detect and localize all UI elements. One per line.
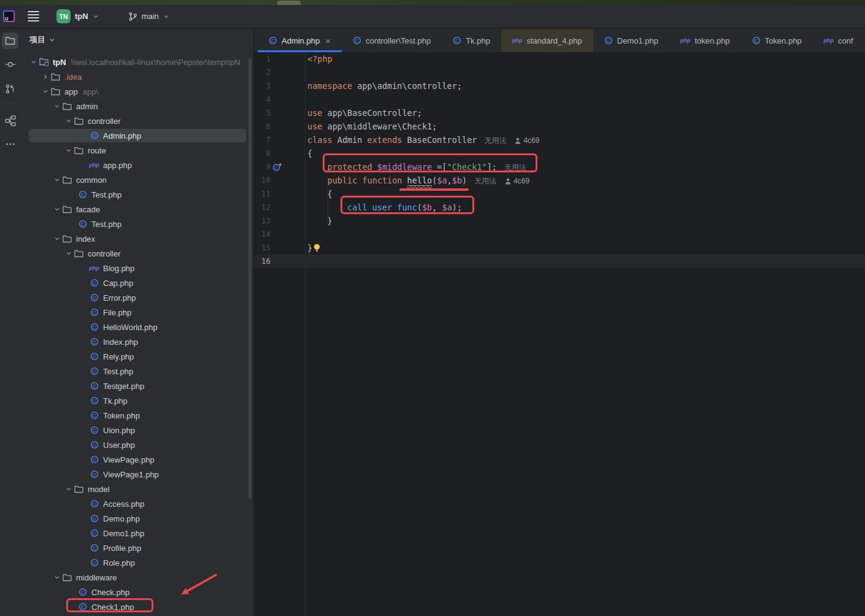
code-line-15[interactable]: 15} <box>255 241 865 255</box>
tree-item-label: Access.php <box>103 499 144 509</box>
tree-item-testget-php[interactable]: CTestget.php <box>20 379 253 393</box>
tab-demo1-php[interactable]: CDemo1.php <box>593 29 669 52</box>
chevron-expanded-icon[interactable] <box>52 177 62 183</box>
tree-item-test-php[interactable]: CTest.php <box>20 217 253 231</box>
chevron-expanded-icon[interactable] <box>52 236 62 242</box>
chevron-collapsed-icon[interactable] <box>40 74 50 80</box>
usages-inlay-hint[interactable]: 无用法 <box>484 136 506 145</box>
line-number: 5 <box>258 106 271 120</box>
tab-controller-test-php[interactable]: Ccontroller\Test.php <box>342 29 442 52</box>
tab-conf[interactable]: phpconf <box>813 29 864 52</box>
tree-item-role-php[interactable]: CRole.php <box>20 555 253 570</box>
tree-item-file-php[interactable]: CFile.php <box>20 305 253 320</box>
code-line-4[interactable]: 4 <box>255 93 865 106</box>
chevron-expanded-icon[interactable] <box>28 59 39 65</box>
tree-item-token-php[interactable]: CToken.php <box>20 408 253 423</box>
chevron-expanded-icon[interactable] <box>52 206 62 212</box>
tree-item-access-php[interactable]: CAccess.php <box>20 496 253 511</box>
tree-item-controller[interactable]: controller <box>20 246 253 261</box>
chevron-expanded-icon[interactable] <box>63 147 74 153</box>
vcs-branch-widget[interactable]: main <box>123 9 174 24</box>
project-icon[interactable] <box>2 33 18 49</box>
code-line-5[interactable]: 5use app\BaseController; <box>255 106 865 120</box>
structure-icon[interactable] <box>2 112 18 129</box>
tree-item-error-php[interactable]: CError.php <box>20 290 253 305</box>
author-inlay-hint[interactable]: 4c69 <box>515 134 539 147</box>
code-line-8[interactable]: 8{ <box>255 147 865 160</box>
code-line-11[interactable]: 11 { <box>255 187 865 201</box>
tree-item-check1-php[interactable]: CCheck1.php <box>20 599 253 614</box>
gutter: 8 <box>255 147 305 160</box>
tree-item-tk-php[interactable]: CTk.php <box>20 393 253 408</box>
tab-token-php[interactable]: phptoken.php <box>669 29 741 52</box>
tree-item-cap-php[interactable]: CCap.php <box>20 275 253 290</box>
tree-item-helloworld-php[interactable]: CHelloWorld.php <box>20 320 253 334</box>
tree-item-model[interactable]: model <box>20 482 253 496</box>
tree-item-admin[interactable]: admin <box>20 99 253 114</box>
code-line-1[interactable]: 1<?php <box>255 52 865 66</box>
tree-item-label: facade <box>76 205 100 214</box>
tree-item-user-php[interactable]: CUser.php <box>20 437 253 452</box>
tree-item-controller[interactable]: controller <box>20 114 253 128</box>
code-line-3[interactable]: 3namespace app\admin\controller; <box>255 79 865 93</box>
tree-item-common[interactable]: common <box>20 172 253 187</box>
code-line-2[interactable]: 2 <box>255 66 865 79</box>
tree-item-blog-php[interactable]: phpBlog.php <box>20 261 253 275</box>
tree-item-demo-php[interactable]: CDemo.php <box>20 511 253 526</box>
tree-item-index[interactable]: index <box>20 231 253 246</box>
line-number: 8 <box>258 147 271 160</box>
tree-item-app-php[interactable]: phpapp.php <box>20 158 253 172</box>
editor-body[interactable]: 1<?php23namespace app\admin\controller;4… <box>255 52 865 616</box>
tab-admin-php[interactable]: CAdmin.php× <box>258 29 342 52</box>
author-inlay-hint[interactable]: 4c69 <box>505 174 529 188</box>
tree-item-middleware[interactable]: middleware <box>20 570 253 585</box>
tree-item-profile-php[interactable]: CProfile.php <box>20 541 253 555</box>
chevron-expanded-icon[interactable] <box>63 250 74 256</box>
code-line-7[interactable]: 7class Admin extends BaseController无用法4c… <box>255 133 865 147</box>
tab-tk-php[interactable]: CTk.php <box>442 29 501 52</box>
usages-inlay-hint[interactable]: 无用法 <box>504 163 526 172</box>
tab-standard-4-php[interactable]: phpstandard_4.php <box>501 29 593 52</box>
project-panel-header[interactable]: 项目 <box>29 34 55 45</box>
project-widget[interactable]: TN tpN <box>52 7 104 26</box>
main-menu-icon[interactable] <box>28 11 39 21</box>
chevron-expanded-icon[interactable] <box>40 88 50 94</box>
tree-item-facade[interactable]: facade <box>20 202 253 217</box>
svg-text:C: C <box>81 590 85 595</box>
tree-item-test-php[interactable]: CTest.php <box>20 187 253 202</box>
code-line-6[interactable]: 6use app\middleware\Check1; <box>255 120 865 133</box>
code-line-16[interactable]: 16 <box>255 255 865 268</box>
php-class-file-icon: C <box>77 190 88 199</box>
tree-item-viewpage-php[interactable]: CViewPage.php <box>20 452 253 467</box>
tree-scrollbar[interactable] <box>248 58 252 499</box>
chevron-expanded-icon[interactable] <box>52 574 62 580</box>
intention-bulb-icon[interactable] <box>313 244 321 252</box>
overridden-property-gutter-icon[interactable]: C <box>272 163 286 172</box>
code-line-10[interactable]: 10 public function hello($a,$b)无用法4c69 <box>255 174 865 187</box>
tab-close-icon[interactable]: × <box>325 36 331 45</box>
code-line-12[interactable]: 12 call_user_func($b, $a); <box>255 201 865 214</box>
tree-item-app[interactable]: appapp\ <box>20 84 253 99</box>
tree-item-tpn[interactable]: tpN\\wsl.localhost\kali-linux\home\Pepst… <box>20 55 253 69</box>
chevron-expanded-icon[interactable] <box>63 486 74 492</box>
tree-item-route[interactable]: route <box>20 143 253 158</box>
version-control-icon[interactable] <box>2 80 18 97</box>
tree-item-check-php[interactable]: CCheck.php <box>20 585 253 599</box>
tree-item-demo1-php[interactable]: CDemo1.php <box>20 526 253 541</box>
tab-token-php[interactable]: CToken.php <box>741 29 813 52</box>
tree-item-admin-php[interactable]: CAdmin.php <box>20 128 253 143</box>
tree-item-index-php[interactable]: CIndex.php <box>20 334 253 349</box>
tree-item-test-php[interactable]: CTest.php <box>20 364 253 379</box>
chevron-expanded-icon[interactable] <box>63 118 74 124</box>
tree-item-uion-php[interactable]: CUion.php <box>20 423 253 437</box>
code-line-14[interactable]: 14 <box>255 228 865 241</box>
code-line-13[interactable]: 13 } <box>255 214 865 228</box>
code-line-9[interactable]: 9C protected $middleware =["Check1"];无用法 <box>255 160 865 174</box>
chevron-expanded-icon[interactable] <box>52 103 62 109</box>
tree-item-rely-php[interactable]: CRely.php <box>20 349 253 364</box>
tree-item-viewpage1-php[interactable]: CViewPage1.php <box>20 467 253 482</box>
usages-inlay-hint[interactable]: 无用法 <box>474 177 496 185</box>
commit-icon[interactable] <box>2 56 18 72</box>
more-icon[interactable] <box>2 136 18 152</box>
tree-item--idea[interactable]: .idea <box>20 69 253 84</box>
